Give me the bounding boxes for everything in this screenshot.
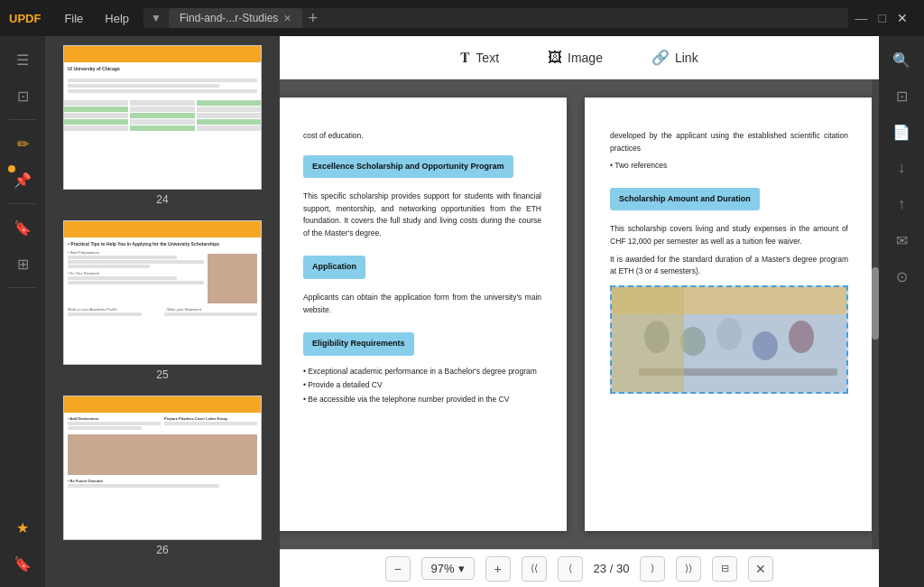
section1-box: Excellence Scholarship and Opportunity P…	[303, 148, 541, 240]
zoom-in-button[interactable]: +	[485, 556, 511, 582]
nav-first-button[interactable]: ⟨⟨	[522, 556, 547, 582]
search-icon[interactable]: 🔍	[885, 43, 918, 76]
link-tool-icon: 🔗	[651, 49, 670, 66]
svg-point-4	[753, 331, 778, 360]
scroll-thumb[interactable]	[872, 267, 879, 340]
selected-image[interactable]	[610, 285, 848, 394]
pdf-page-left: cost of education. Excellence Scholarshi…	[280, 98, 567, 531]
zoom-level: 97%	[431, 562, 455, 575]
nav-last-button[interactable]: ⟩⟩	[676, 556, 701, 582]
right-bullet2: • Two references	[610, 160, 848, 172]
left-sidebar: ☰ ⊡ ✏ 📌 🔖 ⊞ ★ 🔖	[0, 36, 45, 587]
minimize-button[interactable]: —	[855, 11, 868, 25]
right-section1-body1: This scholarship covers living and study…	[610, 223, 848, 247]
fit-page-button[interactable]: ⊟	[712, 556, 737, 582]
intro-text: cost of education.	[303, 130, 541, 143]
right-camera-icon[interactable]: ⊙	[885, 260, 918, 293]
right-doc-icon[interactable]: 📄	[885, 116, 918, 148]
bottom-bar: − 97% ▾ + ⟨⟨ ⟨ 23 / 30 ⟩ ⟩⟩ ⊟ ✕	[280, 549, 879, 587]
right-section1-label: Scholarship Amount and Duration	[610, 188, 760, 211]
app-logo: UPDF	[9, 12, 41, 25]
zoom-dropdown-arrow[interactable]: ▾	[458, 562, 465, 575]
section3-box: Eligibility Requirements • Exceptional a…	[303, 325, 541, 405]
sidebar-divider-1	[9, 119, 36, 120]
tab-bar: ▼ Find-and-...r-Studies ✕ +	[143, 8, 847, 28]
sidebar-divider-3	[9, 287, 36, 288]
image-tool[interactable]: 🖼 Image	[537, 44, 614, 71]
tab-close-button[interactable]: ✕	[283, 13, 291, 24]
text-tool-icon: 𝐓	[460, 50, 470, 66]
tab-label: Find-and-...r-Studies	[180, 12, 278, 24]
svg-point-5	[789, 321, 814, 353]
right-share-icon[interactable]: ↑	[885, 188, 918, 220]
text-tool-label: Text	[476, 51, 499, 65]
sidebar-grid-icon[interactable]: ⊡	[6, 79, 39, 112]
right-section1-body2: It is awarded for the standard duration …	[610, 254, 848, 278]
page-current: 23	[594, 562, 606, 575]
eligibility-1: • Exceptional academic performance in a …	[303, 366, 541, 377]
sidebar-bookmark-icon[interactable]: 🔖	[6, 211, 39, 244]
title-bar: UPDF File Help ▼ Find-and-...r-Studies ✕…	[0, 0, 924, 36]
pdf-page-right: developed by the applicant using the est…	[585, 98, 872, 531]
viewer-container: cost of education. Excellence Scholarshi…	[280, 79, 879, 549]
sidebar-bottom-bookmark-icon[interactable]: 🔖	[6, 547, 39, 580]
active-tab[interactable]: Find-and-...r-Studies ✕	[169, 8, 302, 28]
section2-body: Applicants can obtain the application fo…	[303, 292, 541, 316]
app-body: ☰ ⊡ ✏ 📌 🔖 ⊞ ★ 🔖 UI University of Chicago	[0, 36, 924, 587]
sidebar-divider-2	[9, 203, 36, 204]
right-bullet1: developed by the applicant using the est…	[610, 130, 848, 154]
add-tab-button[interactable]: +	[308, 9, 318, 28]
thumbnail-panel[interactable]: UI University of Chicago	[45, 36, 280, 587]
thumbnail-24[interactable]: UI University of Chicago	[54, 45, 271, 206]
section1-body: This specific scholarship provides suppo…	[303, 191, 541, 239]
svg-point-2	[680, 327, 706, 356]
close-bottom-button[interactable]: ✕	[748, 556, 773, 582]
zoom-out-button[interactable]: −	[385, 556, 411, 582]
thumb-img-24[interactable]: UI University of Chicago	[63, 45, 262, 190]
text-tool[interactable]: 𝐓 Text	[449, 44, 510, 71]
eligibility-2: • Provide a detailed CV	[303, 379, 541, 391]
window-controls: — □ ✕	[855, 11, 915, 25]
menu-help[interactable]: Help	[97, 8, 136, 29]
sidebar-edit-icon[interactable]: ✏	[6, 127, 39, 160]
zoom-display: 97% ▾	[421, 557, 475, 580]
right-mail-icon[interactable]: ✉	[885, 224, 918, 256]
sidebar-layers-icon[interactable]: ⊞	[6, 247, 39, 280]
right-sidebar: 🔍 ⊡ 📄 ↓ ↑ ✉ ⊙	[879, 36, 924, 587]
sidebar-star-icon[interactable]: ★	[6, 511, 39, 544]
right-section1-box: Scholarship Amount and Duration This sch…	[610, 181, 848, 278]
image-tool-label: Image	[568, 51, 603, 65]
close-button[interactable]: ✕	[897, 11, 908, 25]
nav-next-button[interactable]: ⟩	[640, 556, 665, 582]
eligibility-3: • Be accessible via the telephone number…	[303, 394, 541, 405]
tab-dropdown-arrow[interactable]: ▼	[151, 12, 162, 24]
nav-prev-button[interactable]: ⟨	[558, 556, 583, 582]
page-sep: /	[610, 562, 614, 575]
toolbar: 𝐓 Text 🖼 Image 🔗 Link	[280, 36, 879, 79]
svg-rect-8	[612, 287, 684, 392]
thumbnail-25[interactable]: • Practical Tips to Help You in Applying…	[54, 220, 271, 381]
image-tool-icon: 🖼	[548, 50, 562, 66]
right-download-icon[interactable]: ↓	[885, 152, 918, 184]
section2-box: Application Applicants can obtain the ap…	[303, 248, 541, 316]
scroll-track[interactable]	[872, 79, 879, 549]
page-display: 23 / 30	[594, 562, 630, 575]
right-ocr-icon[interactable]: ⊡	[885, 79, 918, 112]
page-total: 30	[616, 562, 629, 575]
thumb-num-26: 26	[156, 544, 168, 556]
menu-file[interactable]: File	[57, 8, 90, 29]
thumbnail-26[interactable]: • Add Distinctions Prepare Flawless Cove…	[54, 396, 271, 556]
thumb-num-24: 24	[156, 193, 168, 206]
thumb-num-25: 25	[156, 368, 168, 381]
section2-label: Application	[303, 256, 365, 279]
link-tool[interactable]: 🔗 Link	[641, 43, 709, 71]
pdf-viewer[interactable]: cost of education. Excellence Scholarshi…	[280, 79, 872, 549]
sidebar-pages-icon[interactable]: ☰	[6, 43, 39, 76]
link-tool-label: Link	[675, 51, 698, 65]
thumb-img-26[interactable]: • Add Distinctions Prepare Flawless Cove…	[63, 396, 262, 540]
sidebar-comment-icon[interactable]: 📌	[6, 163, 39, 196]
section1-label: Excellence Scholarship and Opportunity P…	[303, 155, 513, 179]
maximize-button[interactable]: □	[879, 11, 886, 25]
section3-label: Eligibility Requirements	[303, 332, 414, 356]
thumb-img-25[interactable]: • Practical Tips to Help You in Applying…	[63, 220, 262, 365]
